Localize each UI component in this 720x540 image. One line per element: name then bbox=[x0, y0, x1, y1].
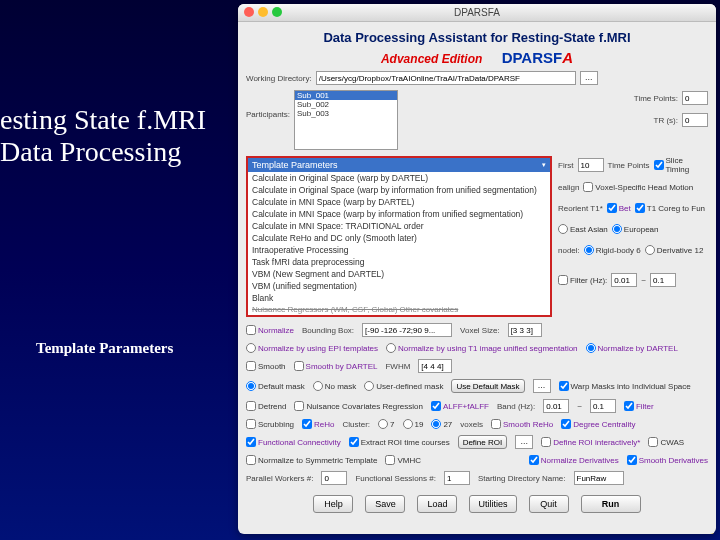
smooth-deriv-checkbox[interactable] bbox=[627, 455, 637, 465]
cluster7-radio[interactable] bbox=[378, 419, 388, 429]
norm-deriv-label: Normalize Derivatives bbox=[541, 456, 619, 465]
list-item[interactable]: Sub_001 bbox=[295, 91, 397, 100]
scrubbing-checkbox[interactable] bbox=[246, 419, 256, 429]
template-option[interactable]: VBM (unified segmentation) bbox=[248, 280, 550, 292]
browse-button[interactable]: ... bbox=[580, 71, 598, 85]
participants-list[interactable]: Sub_001 Sub_002 Sub_003 bbox=[294, 90, 398, 150]
filter2-checkbox[interactable] bbox=[624, 401, 634, 411]
save-button[interactable]: Save bbox=[365, 495, 405, 513]
norm-dartel-radio[interactable] bbox=[586, 343, 596, 353]
bounding-input[interactable] bbox=[362, 323, 452, 337]
template-option[interactable]: Task fMRI data preprocessing bbox=[248, 256, 550, 268]
reho-checkbox[interactable] bbox=[302, 419, 312, 429]
voxels-label: voxels bbox=[460, 420, 483, 429]
edition-name: DPARSF bbox=[502, 49, 563, 66]
load-button[interactable]: Load bbox=[417, 495, 457, 513]
degree-centrality-checkbox[interactable] bbox=[561, 419, 571, 429]
bet-checkbox[interactable] bbox=[607, 203, 617, 213]
template-dropdown-header[interactable]: Template Parameters ▾ bbox=[248, 158, 550, 172]
slide-title: esting State f.MRI Data Processing bbox=[0, 104, 206, 168]
vmhc-label: VMHC bbox=[397, 456, 421, 465]
nuisance-reg-checkbox[interactable] bbox=[294, 401, 304, 411]
normalize-checkbox[interactable] bbox=[246, 325, 256, 335]
time-points-input[interactable] bbox=[682, 91, 708, 105]
utilities-button[interactable]: Utilities bbox=[469, 495, 516, 513]
user-mask-radio[interactable] bbox=[364, 381, 374, 391]
minimize-icon[interactable] bbox=[258, 7, 268, 17]
titlebar[interactable]: DPARSFA bbox=[238, 4, 716, 22]
use-default-mask-button[interactable]: Use Default Mask bbox=[451, 379, 524, 393]
quit-button[interactable]: Quit bbox=[529, 495, 569, 513]
eastasian-radio[interactable] bbox=[558, 224, 568, 234]
filter-tilde: ~ bbox=[641, 276, 646, 285]
define-roi-button[interactable]: Define ROI bbox=[458, 435, 508, 449]
t1coreg-checkbox[interactable] bbox=[635, 203, 645, 213]
voxel-hm-checkbox[interactable] bbox=[583, 182, 593, 192]
filter-lo-input[interactable] bbox=[611, 273, 637, 287]
template-option[interactable]: Calculate in Original Space (warp by DAR… bbox=[248, 172, 550, 184]
european-radio[interactable] bbox=[612, 224, 622, 234]
norm-t1seg-label: Normalize by using T1 image unified segm… bbox=[398, 344, 578, 353]
vmhc-checkbox[interactable] bbox=[385, 455, 395, 465]
band-hi-input[interactable] bbox=[590, 399, 616, 413]
deriv12-label: Derivative 12 bbox=[657, 246, 704, 255]
rigid-radio[interactable] bbox=[584, 245, 594, 255]
list-item[interactable]: Sub_003 bbox=[295, 109, 397, 118]
template-option[interactable]: Calculate in MNI Space (warp by DARTEL) bbox=[248, 196, 550, 208]
norm-t1seg-radio[interactable] bbox=[386, 343, 396, 353]
scrubbing-label: Scrubbing bbox=[258, 420, 294, 429]
fc-checkbox[interactable] bbox=[246, 437, 256, 447]
filter-checkbox[interactable] bbox=[558, 275, 568, 285]
norm-deriv-checkbox[interactable] bbox=[529, 455, 539, 465]
startdir-input[interactable] bbox=[574, 471, 624, 485]
parallel-input[interactable] bbox=[321, 471, 347, 485]
band-tilde: ~ bbox=[577, 402, 582, 411]
roi-browse-button[interactable]: ... bbox=[515, 435, 533, 449]
template-option[interactable]: Calculate in MNI Space (warp by informat… bbox=[248, 208, 550, 220]
template-dropdown[interactable]: Template Parameters ▾ Calculate in Origi… bbox=[246, 156, 552, 317]
extract-roi-checkbox[interactable] bbox=[349, 437, 359, 447]
voxsize-input[interactable] bbox=[508, 323, 542, 337]
smooth-dartel-checkbox[interactable] bbox=[294, 361, 304, 371]
participants-label: Participants: bbox=[246, 110, 290, 119]
alff-checkbox[interactable] bbox=[431, 401, 441, 411]
filter-hi-input[interactable] bbox=[650, 273, 676, 287]
smooth-checkbox[interactable] bbox=[246, 361, 256, 371]
define-roi-int-checkbox[interactable] bbox=[541, 437, 551, 447]
working-dir-label: Working Directory: bbox=[246, 74, 312, 83]
cwas-checkbox[interactable] bbox=[648, 437, 658, 447]
cluster19-radio[interactable] bbox=[403, 419, 413, 429]
norm-epi-radio[interactable] bbox=[246, 343, 256, 353]
normalize-label: Normalize bbox=[258, 326, 294, 335]
template-option[interactable]: Calculate in MNI Space: TRADITIONAL orde… bbox=[248, 220, 550, 232]
warp-masks-checkbox[interactable] bbox=[559, 381, 569, 391]
norm-epi-label: Normalize by using EPI templates bbox=[258, 344, 378, 353]
working-dir-input[interactable] bbox=[316, 71, 576, 85]
cluster27-radio[interactable] bbox=[431, 419, 441, 429]
template-option[interactable]: Intraoperative Processing bbox=[248, 244, 550, 256]
startdir-label: Starting Directory Name: bbox=[478, 474, 566, 483]
alff-label: ALFF+fALFF bbox=[443, 402, 489, 411]
template-option[interactable]: VBM (New Segment and DARTEL) bbox=[248, 268, 550, 280]
close-icon[interactable] bbox=[244, 7, 254, 17]
detrend-checkbox[interactable] bbox=[246, 401, 256, 411]
deriv12-radio[interactable] bbox=[645, 245, 655, 255]
zoom-icon[interactable] bbox=[272, 7, 282, 17]
first-tp-input[interactable] bbox=[578, 158, 604, 172]
template-option[interactable]: Calculate ReHo and DC only (Smooth later… bbox=[248, 232, 550, 244]
norm-sym-checkbox[interactable] bbox=[246, 455, 256, 465]
mask-browse-button[interactable]: ... bbox=[533, 379, 551, 393]
funcsess-input[interactable] bbox=[444, 471, 470, 485]
smooth-reho-checkbox[interactable] bbox=[491, 419, 501, 429]
fwhm-input[interactable] bbox=[418, 359, 452, 373]
template-option[interactable]: Calculate in Original Space (warp by inf… bbox=[248, 184, 550, 196]
template-option[interactable]: Blank bbox=[248, 292, 550, 304]
default-mask-radio[interactable] bbox=[246, 381, 256, 391]
run-button[interactable]: Run bbox=[581, 495, 641, 513]
list-item[interactable]: Sub_002 bbox=[295, 100, 397, 109]
help-button[interactable]: Help bbox=[313, 495, 353, 513]
band-lo-input[interactable] bbox=[543, 399, 569, 413]
no-mask-radio[interactable] bbox=[313, 381, 323, 391]
tr-input[interactable] bbox=[682, 113, 708, 127]
slice-timing-checkbox[interactable] bbox=[654, 160, 664, 170]
